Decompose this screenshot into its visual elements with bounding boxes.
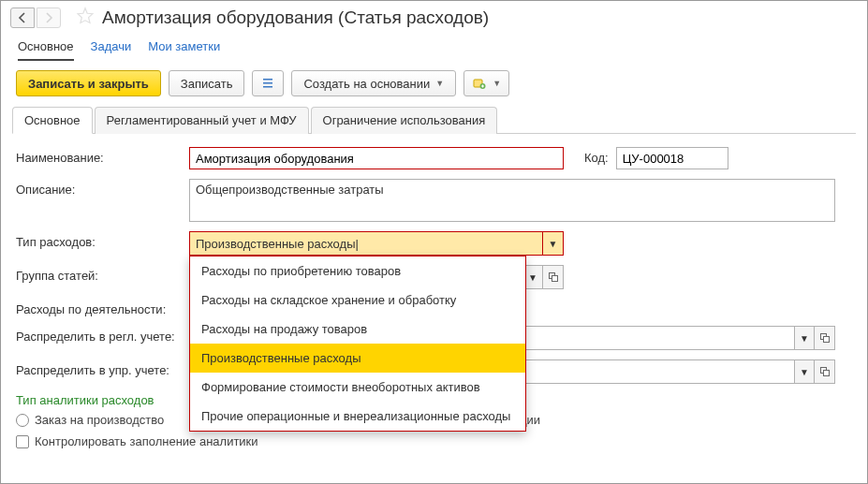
sub-tabs: ОсновноеРегламентированный учет и МФУОгр… <box>12 106 856 134</box>
create-based-on-button[interactable]: Создать на основании ▼ <box>291 70 456 96</box>
activity-label: Расходы по деятельности: <box>16 299 189 316</box>
expense-type-option[interactable]: Расходы по приобретению товаров <box>190 257 525 286</box>
svg-rect-1 <box>263 82 272 84</box>
list-button[interactable] <box>252 70 284 96</box>
order-radio[interactable] <box>16 414 29 427</box>
svg-rect-10 <box>823 371 829 376</box>
sub-tab-reg[interactable]: Регламентированный учет и МФУ <box>95 107 309 134</box>
nav-forward-button[interactable] <box>37 7 61 28</box>
name-input[interactable] <box>189 147 564 169</box>
expense-type-option[interactable]: Расходы на складское хранение и обработк… <box>190 286 525 315</box>
description-textarea[interactable]: Общепроизводственные затраты <box>189 179 835 222</box>
sub-tab-limit[interactable]: Ограничение использования <box>311 107 498 134</box>
code-input[interactable] <box>616 147 728 169</box>
write-and-close-button[interactable]: Записать и закрыть <box>16 70 161 96</box>
expense-type-option[interactable]: Производственные расходы <box>190 344 525 373</box>
main-tabs: ОсновноеЗадачиМои заметки <box>1 32 867 61</box>
svg-rect-8 <box>823 337 829 343</box>
page-title: Амортизация оборудования (Статья расходо… <box>102 7 489 28</box>
main-tab-main[interactable]: Основное <box>18 39 74 61</box>
expense-type-dropdown-button[interactable]: ▼ <box>543 231 564 256</box>
code-label: Код: <box>584 147 609 165</box>
chevron-down-icon: ▼ <box>493 79 501 88</box>
expense-type-label: Тип расходов: <box>16 231 189 249</box>
dist-reg-label: Распределить в регл. учете: <box>16 326 189 344</box>
dist-reg-open-button[interactable] <box>815 326 835 350</box>
control-checkbox-label: Контролировать заполнение аналитики <box>35 434 258 448</box>
control-checkbox[interactable] <box>16 435 29 448</box>
create-based-on-label: Создать на основании <box>303 77 430 91</box>
favorite-star-icon[interactable] <box>76 7 95 28</box>
group-open-button[interactable] <box>543 265 564 289</box>
expense-type-dropdown: Расходы по приобретению товаровРасходы н… <box>189 256 526 432</box>
order-radio-label: Заказ на производство <box>35 413 164 427</box>
toolbar: Записать и закрыть Записать Создать на о… <box>1 61 867 106</box>
dist-mgmt-open-button[interactable] <box>815 359 835 384</box>
svg-rect-0 <box>263 79 272 81</box>
nav-back-button[interactable] <box>10 7 35 28</box>
chevron-down-icon: ▼ <box>435 79 444 88</box>
write-button[interactable]: Записать <box>169 70 245 96</box>
svg-rect-2 <box>263 86 272 88</box>
expense-type-combobox[interactable]: Производственные расходы <box>189 231 543 256</box>
description-label: Описание: <box>16 179 189 197</box>
group-label: Группа статей: <box>16 265 189 283</box>
expense-type-option[interactable]: Прочие операционные и внереализационные … <box>190 402 525 431</box>
sub-tab-main[interactable]: Основное <box>12 107 93 134</box>
dist-reg-dropdown-button[interactable]: ▼ <box>794 326 815 350</box>
dist-mgmt-dropdown-button[interactable]: ▼ <box>794 359 815 384</box>
svg-rect-6 <box>552 276 557 282</box>
main-tab-notes[interactable]: Мои заметки <box>148 39 220 61</box>
main-tab-tasks[interactable]: Задачи <box>91 39 132 61</box>
expense-type-option[interactable]: Формирование стоимости внеоборотных акти… <box>190 373 525 402</box>
name-label: Наименование: <box>16 147 189 165</box>
attachments-button[interactable]: ▼ <box>463 70 509 96</box>
expense-type-option[interactable]: Расходы на продажу товаров <box>190 315 525 344</box>
dist-mgmt-label: Распределить в упр. учете: <box>16 359 189 377</box>
